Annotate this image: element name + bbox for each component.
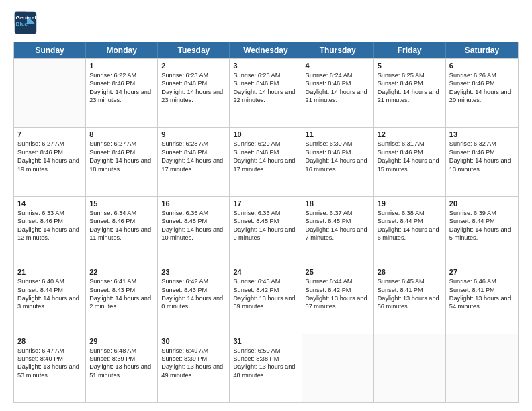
day-number: 5: [378, 62, 442, 70]
calendar-cell: 20 Sunrise: 6:39 AM Sunset: 8:44 PM Dayl…: [446, 197, 518, 265]
calendar-cell: 22 Sunrise: 6:41 AM Sunset: 8:43 PM Dayl…: [86, 265, 158, 333]
daylight-text: Daylight: 14 hours and 17 minutes.: [161, 156, 226, 173]
calendar-cell: 8 Sunrise: 6:27 AM Sunset: 8:46 PM Dayli…: [86, 128, 158, 195]
sunrise-text: Sunrise: 6:37 AM: [306, 209, 370, 217]
header: General Blue: [13, 11, 519, 35]
sunset-text: Sunset: 8:46 PM: [449, 79, 515, 87]
daylight-text: Daylight: 14 hours and 2 minutes.: [89, 294, 154, 311]
sunset-text: Sunset: 8:46 PM: [378, 148, 442, 156]
day-number: 11: [306, 130, 370, 138]
day-number: 27: [449, 268, 515, 276]
sunrise-text: Sunrise: 6:23 AM: [161, 71, 226, 79]
sunrise-text: Sunrise: 6:31 AM: [378, 140, 442, 148]
calendar-cell: 5 Sunrise: 6:25 AM Sunset: 8:46 PM Dayli…: [374, 59, 446, 127]
daylight-text: Daylight: 13 hours and 53 minutes.: [17, 363, 82, 379]
daylight-text: Daylight: 14 hours and 9 minutes.: [233, 226, 298, 242]
sunset-text: Sunset: 8:40 PM: [17, 355, 82, 363]
sunset-text: Sunset: 8:46 PM: [89, 217, 154, 225]
daylight-text: Daylight: 13 hours and 51 minutes.: [89, 363, 154, 379]
daylight-text: Daylight: 13 hours and 57 minutes.: [306, 294, 370, 311]
daylight-text: Daylight: 13 hours and 56 minutes.: [378, 294, 442, 311]
sunrise-text: Sunrise: 6:38 AM: [378, 209, 442, 217]
sunset-text: Sunset: 8:46 PM: [233, 79, 298, 87]
calendar-header-row: Sunday Monday Tuesday Wednesday Thursday…: [14, 42, 518, 58]
page: General Blue Sunday Monday Tuesday Wedne…: [0, 0, 532, 411]
calendar-cell: 1 Sunrise: 6:22 AM Sunset: 8:46 PM Dayli…: [86, 59, 158, 127]
sunrise-text: Sunrise: 6:23 AM: [233, 71, 298, 79]
sunset-text: Sunset: 8:45 PM: [306, 217, 370, 225]
sunset-text: Sunset: 8:39 PM: [89, 355, 154, 363]
calendar-cell: 21 Sunrise: 6:40 AM Sunset: 8:44 PM Dayl…: [14, 265, 86, 333]
day-number: 28: [17, 337, 82, 345]
day-number: 18: [306, 199, 370, 208]
header-tuesday: Tuesday: [158, 42, 230, 58]
day-number: 13: [449, 130, 515, 138]
sunrise-text: Sunrise: 6:48 AM: [89, 347, 154, 355]
calendar-cell: 29 Sunrise: 6:48 AM Sunset: 8:39 PM Dayl…: [86, 334, 158, 402]
calendar-cell: 4 Sunrise: 6:24 AM Sunset: 8:46 PM Dayli…: [302, 59, 374, 127]
sunset-text: Sunset: 8:41 PM: [449, 286, 515, 294]
sunset-text: Sunset: 8:44 PM: [449, 217, 515, 225]
daylight-text: Daylight: 14 hours and 15 minutes.: [378, 156, 442, 173]
daylight-text: Daylight: 14 hours and 23 minutes.: [89, 88, 154, 105]
daylight-text: Daylight: 14 hours and 10 minutes.: [161, 226, 226, 242]
sunrise-text: Sunrise: 6:46 AM: [449, 277, 515, 285]
calendar-cell: [14, 59, 86, 127]
calendar: Sunday Monday Tuesday Wednesday Thursday…: [13, 42, 519, 403]
header-monday: Monday: [86, 42, 158, 58]
sunset-text: Sunset: 8:46 PM: [17, 217, 82, 225]
day-number: 14: [17, 199, 82, 208]
calendar-cell: 7 Sunrise: 6:27 AM Sunset: 8:46 PM Dayli…: [14, 128, 86, 195]
header-saturday: Saturday: [446, 42, 518, 58]
daylight-text: Daylight: 14 hours and 12 minutes.: [17, 226, 82, 242]
calendar-cell: 18 Sunrise: 6:37 AM Sunset: 8:45 PM Dayl…: [302, 197, 374, 265]
calendar-cell: 19 Sunrise: 6:38 AM Sunset: 8:44 PM Dayl…: [374, 197, 446, 265]
daylight-text: Daylight: 14 hours and 18 minutes.: [89, 156, 154, 173]
calendar-cell: 11 Sunrise: 6:30 AM Sunset: 8:46 PM Dayl…: [302, 128, 374, 195]
calendar-cell: 12 Sunrise: 6:31 AM Sunset: 8:46 PM Dayl…: [374, 128, 446, 195]
calendar-week-1: 1 Sunrise: 6:22 AM Sunset: 8:46 PM Dayli…: [14, 58, 518, 127]
sunrise-text: Sunrise: 6:28 AM: [161, 140, 226, 148]
calendar-cell: 14 Sunrise: 6:33 AM Sunset: 8:46 PM Dayl…: [14, 197, 86, 265]
daylight-text: Daylight: 13 hours and 59 minutes.: [233, 294, 298, 311]
calendar-cell: 25 Sunrise: 6:44 AM Sunset: 8:42 PM Dayl…: [302, 265, 374, 333]
sunset-text: Sunset: 8:46 PM: [233, 148, 298, 156]
sunset-text: Sunset: 8:46 PM: [306, 148, 370, 156]
day-number: 21: [17, 268, 82, 276]
daylight-text: Daylight: 14 hours and 21 minutes.: [378, 88, 442, 105]
sunrise-text: Sunrise: 6:39 AM: [449, 209, 515, 217]
calendar-cell: 13 Sunrise: 6:32 AM Sunset: 8:46 PM Dayl…: [446, 128, 518, 195]
sunset-text: Sunset: 8:44 PM: [378, 217, 442, 225]
day-number: 17: [233, 199, 298, 208]
day-number: 30: [161, 337, 226, 345]
calendar-cell: 2 Sunrise: 6:23 AM Sunset: 8:46 PM Dayli…: [158, 59, 230, 127]
calendar-cell: 10 Sunrise: 6:29 AM Sunset: 8:46 PM Dayl…: [230, 128, 302, 195]
day-number: 29: [89, 337, 154, 345]
calendar-cell: 24 Sunrise: 6:43 AM Sunset: 8:42 PM Dayl…: [230, 265, 302, 333]
day-number: 2: [161, 62, 226, 70]
day-number: 10: [233, 130, 298, 138]
calendar-cell: 28 Sunrise: 6:47 AM Sunset: 8:40 PM Dayl…: [14, 334, 86, 402]
sunrise-text: Sunrise: 6:35 AM: [161, 209, 226, 217]
sunrise-text: Sunrise: 6:41 AM: [89, 277, 154, 285]
sunrise-text: Sunrise: 6:43 AM: [233, 277, 298, 285]
sunset-text: Sunset: 8:43 PM: [89, 286, 154, 294]
header-friday: Friday: [374, 42, 446, 58]
calendar-cell: 15 Sunrise: 6:34 AM Sunset: 8:46 PM Dayl…: [86, 197, 158, 265]
daylight-text: Daylight: 13 hours and 48 minutes.: [233, 363, 298, 379]
svg-text:General: General: [16, 15, 36, 21]
daylight-text: Daylight: 13 hours and 54 minutes.: [449, 294, 515, 311]
day-number: 20: [449, 199, 515, 208]
daylight-text: Daylight: 14 hours and 0 minutes.: [161, 294, 226, 311]
sunset-text: Sunset: 8:43 PM: [161, 286, 226, 294]
calendar-cell: 6 Sunrise: 6:26 AM Sunset: 8:46 PM Dayli…: [446, 59, 518, 127]
sunrise-text: Sunrise: 6:26 AM: [449, 71, 515, 79]
sunset-text: Sunset: 8:46 PM: [17, 148, 82, 156]
day-number: 15: [89, 199, 154, 208]
calendar-week-2: 7 Sunrise: 6:27 AM Sunset: 8:46 PM Dayli…: [14, 127, 518, 195]
daylight-text: Daylight: 14 hours and 17 minutes.: [233, 156, 298, 173]
daylight-text: Daylight: 14 hours and 5 minutes.: [449, 226, 515, 242]
sunset-text: Sunset: 8:46 PM: [161, 148, 226, 156]
calendar-cell: 9 Sunrise: 6:28 AM Sunset: 8:46 PM Dayli…: [158, 128, 230, 195]
sunrise-text: Sunrise: 6:33 AM: [17, 209, 82, 217]
